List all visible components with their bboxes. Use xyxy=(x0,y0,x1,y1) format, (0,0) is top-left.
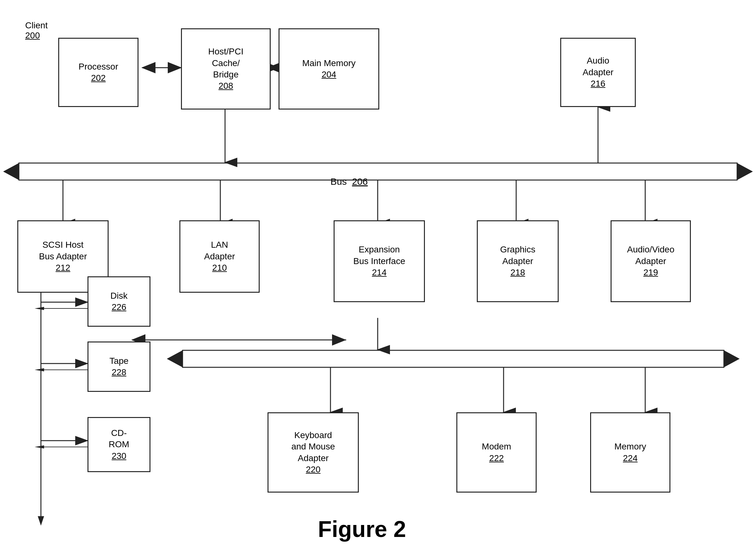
lan-adapter-box: LANAdapter 210 xyxy=(179,220,260,293)
svg-rect-6 xyxy=(19,163,737,180)
client-label: Client 200 xyxy=(25,20,48,41)
audio-adapter-box: AudioAdapter 216 xyxy=(560,38,636,107)
svg-marker-24 xyxy=(34,307,44,310)
svg-marker-32 xyxy=(724,350,740,367)
disk-box: Disk 226 xyxy=(87,276,151,327)
audio-video-box: Audio/VideoAdapter 219 xyxy=(611,220,691,302)
tape-box: Tape 228 xyxy=(87,341,151,392)
svg-marker-28 xyxy=(34,445,44,449)
host-pci-box: Host/PCICache/Bridge 208 xyxy=(181,28,271,109)
svg-marker-19 xyxy=(38,516,44,526)
bus-label: Bus 206 xyxy=(330,176,367,187)
memory-box: Memory 224 xyxy=(590,412,670,492)
svg-marker-26 xyxy=(34,368,44,371)
svg-marker-7 xyxy=(3,163,19,180)
figure-caption: Figure 2 xyxy=(220,516,504,542)
svg-marker-31 xyxy=(167,350,182,367)
expansion-bus-box: ExpansionBus Interface 214 xyxy=(334,220,425,302)
graphics-adapter-box: GraphicsAdapter 218 xyxy=(477,220,559,302)
keyboard-mouse-box: Keyboardand MouseAdapter 220 xyxy=(267,412,359,492)
diagram: Client 200 xyxy=(0,0,756,553)
svg-marker-8 xyxy=(737,163,753,180)
cdrom-box: CD-ROM 230 xyxy=(87,417,151,472)
modem-box: Modem 222 xyxy=(456,412,536,492)
processor-box: Processor 202 xyxy=(58,38,139,107)
main-memory-box: Main Memory 204 xyxy=(278,28,379,109)
svg-rect-30 xyxy=(182,350,724,367)
